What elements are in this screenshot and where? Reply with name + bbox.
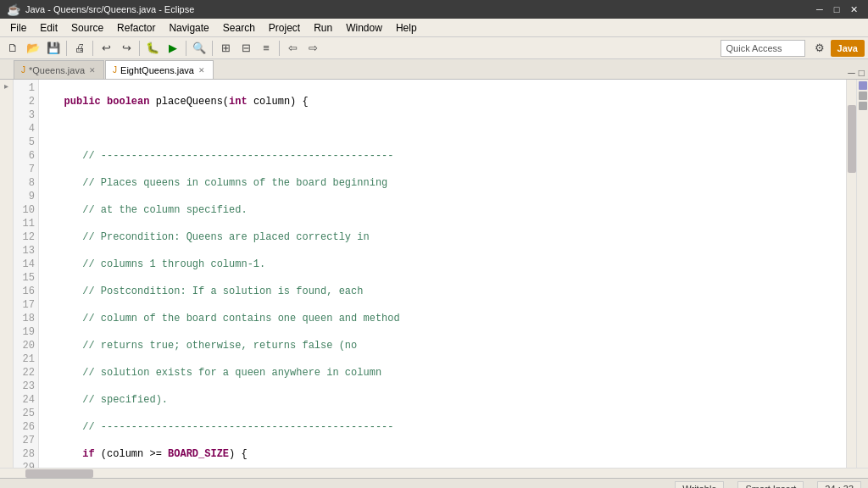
tabs-right-icons: ─ □ [848, 67, 868, 79]
separator-4 [186, 41, 186, 56]
code-line-6: // Precondition: Queens are placed corre… [39, 230, 846, 244]
code-line-12: // specified). [39, 393, 846, 407]
tab-label-eightqueens: EightQueens.java [120, 65, 194, 75]
right-sidebar [856, 80, 868, 468]
tab-queens[interactable]: J *Queens.java ✕ [14, 60, 104, 79]
search-btn[interactable]: 🔍 [190, 39, 209, 58]
print-button[interactable]: 🖨 [70, 39, 89, 58]
horizontal-scrollbar[interactable] [0, 468, 868, 478]
separator-6 [279, 41, 280, 56]
java-badge[interactable]: Java [831, 40, 865, 57]
save-button[interactable]: 💾 [44, 39, 63, 58]
tb-btn-7[interactable]: ⊟ [236, 39, 255, 58]
menu-bar: File Edit Source Refactor Navigate Searc… [0, 19, 868, 37]
left-sidebar: ▸ [0, 80, 14, 468]
code-line-7: // columns 1 through column-1. [39, 258, 846, 271]
code-line-9: // column of the board contains one quee… [39, 312, 846, 325]
separator-1 [66, 41, 67, 56]
menu-edit[interactable]: Edit [33, 20, 64, 36]
status-bar: Writable Smart Insert 24 : 33 [0, 478, 868, 488]
undo-btn[interactable]: ↩ [97, 39, 115, 58]
window-title: Java - Queens/src/Queens.java - Eclipse [25, 4, 194, 14]
redo-btn[interactable]: ↪ [117, 39, 136, 58]
right-icon-2[interactable] [859, 92, 867, 100]
debug-btn[interactable]: 🐛 [143, 39, 162, 58]
menu-refactor[interactable]: Refactor [110, 20, 162, 36]
tab-icon-eightqueens: J [113, 65, 117, 75]
run-btn[interactable]: ▶ [164, 39, 182, 58]
separator-2 [92, 41, 93, 56]
close-button[interactable]: ✕ [846, 3, 861, 16]
settings-btn[interactable]: ⚙ [810, 39, 829, 58]
status-position[interactable]: 24 : 33 [817, 481, 861, 489]
tab-icon-queens: J [21, 65, 25, 75]
maximize-editor-icon[interactable]: □ [859, 67, 865, 79]
app-icon: ☕ [7, 3, 20, 16]
status-smart-insert[interactable]: Smart Insert [737, 481, 804, 489]
title-bar-left: ☕ Java - Queens/src/Queens.java - Eclips… [7, 3, 194, 16]
menu-help[interactable]: Help [389, 20, 424, 36]
toolbar: 🗋 📂 💾 🖨 ↩ ↪ 🐛 ▶ 🔍 ⊞ ⊟ ≡ ⇦ ⇨ Quick Access… [0, 37, 868, 59]
code-line-10: // returns true; otherwise, returns fals… [39, 339, 846, 352]
menu-search[interactable]: Search [216, 20, 262, 36]
maximize-button[interactable]: □ [829, 3, 844, 16]
code-line-1: public boolean placeQueens(int column) { [39, 95, 846, 108]
tb-btn-6[interactable]: ⊞ [216, 39, 235, 58]
quick-access-box[interactable]: Quick Access [721, 40, 805, 57]
open-button[interactable]: 📂 [24, 39, 42, 58]
separator-3 [139, 41, 140, 56]
vertical-scrollbar[interactable] [846, 80, 856, 468]
separator-5 [212, 41, 213, 56]
title-bar: ☕ Java - Queens/src/Queens.java - Eclips… [0, 0, 868, 19]
menu-run[interactable]: Run [307, 20, 339, 36]
code-line-11: // solution exists for a queen anywhere … [39, 366, 846, 380]
tab-close-eightqueens[interactable]: ✕ [198, 65, 206, 75]
tb-btn-9[interactable]: ⇦ [283, 39, 302, 58]
tab-close-queens[interactable]: ✕ [88, 65, 97, 75]
fold-icon[interactable]: ▸ [4, 81, 8, 91]
quick-access-label: Quick Access [726, 43, 782, 53]
code-line-4: // Places queens in columns of the board… [39, 176, 846, 190]
line-numbers: 1 2 3 4 5 6 7 8 9 10 11 12 13 14 15 16 1… [14, 80, 39, 468]
tab-label-queens: *Queens.java [29, 65, 85, 75]
code-editor[interactable]: public boolean placeQueens(int column) {… [39, 80, 846, 468]
code-line-3: // -------------------------------------… [39, 149, 846, 163]
tb-btn-10[interactable]: ⇨ [303, 39, 322, 58]
menu-file[interactable]: File [3, 20, 33, 36]
tabs-row: J *Queens.java ✕ J EightQueens.java ✕ ─ … [0, 59, 868, 80]
code-line-8: // Postcondition: If a solution is found… [39, 285, 846, 298]
minimize-button[interactable]: ─ [812, 3, 827, 16]
scrollbar-thumb-v[interactable] [848, 105, 856, 173]
new-button[interactable]: 🗋 [3, 39, 22, 58]
status-writable[interactable]: Writable [675, 481, 724, 489]
menu-window[interactable]: Window [339, 20, 389, 36]
code-line-14: if (column >= BOARD_SIZE) { [39, 447, 846, 461]
tab-eightqueens[interactable]: J EightQueens.java ✕ [105, 60, 214, 79]
editor-container: ▸ 1 2 3 4 5 6 7 8 9 10 11 12 13 14 15 16… [0, 80, 868, 468]
minimize-editor-icon[interactable]: ─ [848, 67, 855, 79]
menu-source[interactable]: Source [64, 20, 110, 36]
tb-btn-8[interactable]: ≡ [257, 39, 275, 58]
code-line-2 [39, 122, 846, 136]
code-line-5: // at the column specified. [39, 203, 846, 217]
scrollbar-thumb-h[interactable] [25, 469, 93, 478]
menu-project[interactable]: Project [262, 20, 307, 36]
code-line-13: // -------------------------------------… [39, 420, 846, 434]
menu-navigate[interactable]: Navigate [162, 20, 215, 36]
right-icon-1[interactable] [859, 81, 867, 90]
title-bar-controls: ─ □ ✕ [812, 3, 861, 16]
right-icon-3[interactable] [859, 102, 867, 110]
